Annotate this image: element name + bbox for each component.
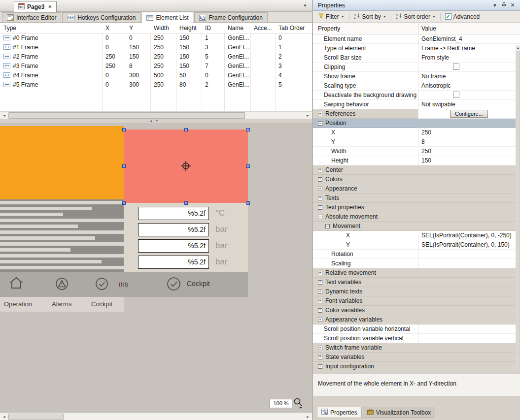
- property-value-cell[interactable]: 150: [418, 156, 520, 165]
- document-tab-page3[interactable]: Page3 ✕: [14, 1, 57, 12]
- table-row[interactable]: #1 Frame01502501503GenEl...1: [0, 43, 312, 52]
- checkbox[interactable]: [453, 64, 459, 70]
- scrollbar-thumb[interactable]: [8, 112, 245, 119]
- column-header-value[interactable]: Value: [418, 23, 520, 34]
- navigation-bar-frame[interactable]: ms Cockpit: [0, 272, 248, 297]
- pin-icon[interactable]: [499, 2, 508, 8]
- property-value-cell[interactable]: [418, 250, 520, 259]
- category-row-input-configuration[interactable]: +Input configuration: [313, 362, 520, 371]
- category-row-dynamic-texts[interactable]: +Dynamic texts: [313, 287, 520, 296]
- expand-icon[interactable]: +: [318, 318, 322, 322]
- magnifier-icon[interactable]: [293, 397, 303, 411]
- value-input-field[interactable]: %5.2f: [138, 256, 209, 269]
- column-header-acce[interactable]: Acce...: [250, 23, 275, 33]
- expand-icon[interactable]: +: [318, 196, 322, 200]
- expand-icon[interactable]: +: [318, 355, 322, 359]
- property-value-cell[interactable]: [418, 63, 520, 72]
- selection-handle[interactable]: [246, 164, 250, 168]
- scroll-left-icon[interactable]: ◄: [0, 112, 8, 119]
- cockpit-check-circle-icon[interactable]: [167, 277, 181, 292]
- sort-by-button[interactable]: AZ Sort by ▼: [352, 13, 388, 20]
- property-value-cell[interactable]: [418, 91, 520, 100]
- category-row-texts[interactable]: +Texts: [313, 194, 520, 203]
- scroll-right-icon[interactable]: ►: [304, 112, 312, 119]
- property-row-y[interactable]: Y8: [313, 137, 520, 147]
- collapse-icon[interactable]: −: [325, 224, 330, 228]
- expand-icon[interactable]: +: [318, 308, 322, 313]
- zoom-level-box[interactable]: 100 %: [270, 399, 292, 408]
- scroll-up-icon[interactable]: ▲: [517, 46, 520, 49]
- category-row-movement[interactable]: −Movement: [313, 222, 520, 231]
- property-row-scaling[interactable]: Scaling: [313, 259, 520, 268]
- property-row-scroll-position-variable-vertical[interactable]: Scroll position variable vertical: [313, 334, 520, 343]
- close-tab-icon[interactable]: ✕: [48, 4, 52, 9]
- property-value-cell[interactable]: Frame -> RedFrame: [418, 44, 520, 53]
- editor-tab-interface-editor[interactable]: Interface Editor: [2, 12, 61, 22]
- category-row-font-variables[interactable]: +Font variables: [313, 296, 520, 306]
- property-row-scroll-bar-size[interactable]: Scroll Bar sizeFrom style: [313, 53, 520, 63]
- element-list-scrollbar[interactable]: ◄ ►: [0, 111, 312, 119]
- editor-tab-element-list[interactable]: Element List: [141, 12, 193, 23]
- column-header-name[interactable]: Name: [224, 23, 250, 33]
- selection-handle[interactable]: [122, 128, 126, 131]
- category-row-absolute-movement[interactable]: −Absolute movement: [313, 212, 520, 222]
- property-value-cell[interactable]: [418, 259, 520, 268]
- column-header-height[interactable]: Height: [176, 23, 202, 33]
- scroll-left-icon[interactable]: ◄: [0, 414, 8, 420]
- value-input-field[interactable]: %5.2f: [138, 223, 209, 236]
- configure-button[interactable]: Configure...: [450, 110, 488, 118]
- tab-list-dropdown-icon[interactable]: ▼: [303, 3, 307, 8]
- selection-handle[interactable]: [246, 201, 250, 205]
- category-row-state-variables[interactable]: +State variables: [313, 353, 520, 362]
- property-row-scroll-position-variable-horizontal[interactable]: Scroll position variable horizontal: [313, 324, 520, 334]
- check-circle-icon[interactable]: [95, 277, 108, 292]
- canvas-scrollbar[interactable]: ◄ ►: [0, 413, 312, 420]
- property-value-cell[interactable]: GenElemInst_4: [418, 34, 520, 44]
- selection-handle[interactable]: [184, 201, 188, 205]
- selection-handle[interactable]: [122, 201, 126, 205]
- property-row-deactivate-the-background-drawing[interactable]: Deactivate the background drawing: [313, 91, 520, 100]
- visualization-canvas[interactable]: %5.2f°C%5.2fbar%5.2fbar%5.2fbar ms Cockp…: [0, 123, 312, 413]
- category-row-center[interactable]: +Center: [313, 165, 520, 175]
- expand-icon[interactable]: +: [318, 290, 322, 294]
- expand-icon[interactable]: +: [318, 112, 322, 116]
- value-fields-frame[interactable]: %5.2f°C%5.2fbar%5.2fbar%5.2fbar: [124, 203, 248, 272]
- property-value-cell[interactable]: 250: [418, 147, 520, 156]
- property-value-cell[interactable]: SEL(IsPortrait(Container), 0, -250): [418, 231, 520, 240]
- splitter-down-icon[interactable]: ▾: [156, 119, 162, 122]
- property-row-scaling-type[interactable]: Scaling typeAnisotropic: [313, 81, 520, 91]
- property-value-cell[interactable]: 250: [418, 128, 520, 137]
- table-row[interactable]: #0 Frame002501501GenEl...0: [0, 33, 312, 43]
- filter-button[interactable]: Filter ▼: [317, 13, 346, 20]
- orange-frame[interactable]: [0, 126, 124, 199]
- property-value-cell[interactable]: Not swipable: [418, 100, 520, 109]
- property-value-cell[interactable]: [418, 334, 520, 343]
- category-row-text-properties[interactable]: +Text properties: [313, 203, 520, 212]
- expand-icon[interactable]: +: [318, 187, 322, 191]
- column-header-type[interactable]: Type: [0, 23, 102, 33]
- bottom-tab-properties[interactable]: Properties: [317, 407, 362, 418]
- scroll-right-icon[interactable]: ►: [304, 414, 312, 420]
- table-row[interactable]: #2 Frame2501502501505GenEl...2: [0, 52, 312, 62]
- category-row-appearance[interactable]: +Appearance: [313, 184, 520, 194]
- home-icon[interactable]: [9, 276, 24, 291]
- expand-icon[interactable]: +: [318, 299, 322, 303]
- category-row-colors[interactable]: +Colors: [313, 175, 520, 184]
- close-panel-icon[interactable]: ✕: [508, 2, 517, 8]
- selection-handle[interactable]: [246, 128, 250, 131]
- value-input-field[interactable]: %5.2f: [138, 207, 209, 220]
- pane-splitter[interactable]: ▴▾: [0, 119, 312, 123]
- property-row-y[interactable]: YSEL(IsPortrait(Container), 0, 150): [313, 240, 520, 250]
- property-row-swiping-behavior[interactable]: Swiping behaviorNot swipable: [313, 100, 520, 109]
- property-value-cell[interactable]: From style: [418, 53, 520, 63]
- move-crosshair-icon[interactable]: [180, 161, 191, 173]
- column-header-width[interactable]: Width: [150, 23, 176, 33]
- property-row-x[interactable]: XSEL(IsPortrait(Container), 0, -250): [313, 231, 520, 240]
- sort-order-button[interactable]: AZ Sort order ▼: [394, 13, 437, 20]
- selection-handle[interactable]: [184, 128, 188, 131]
- category-row-references[interactable]: +ReferencesConfigure...: [313, 109, 520, 119]
- value-input-field[interactable]: %5.2f: [138, 239, 209, 253]
- property-value-cell[interactable]: Anisotropic: [418, 81, 520, 91]
- scrollbar-thumb[interactable]: [517, 51, 520, 388]
- property-row-x[interactable]: X250: [313, 128, 520, 137]
